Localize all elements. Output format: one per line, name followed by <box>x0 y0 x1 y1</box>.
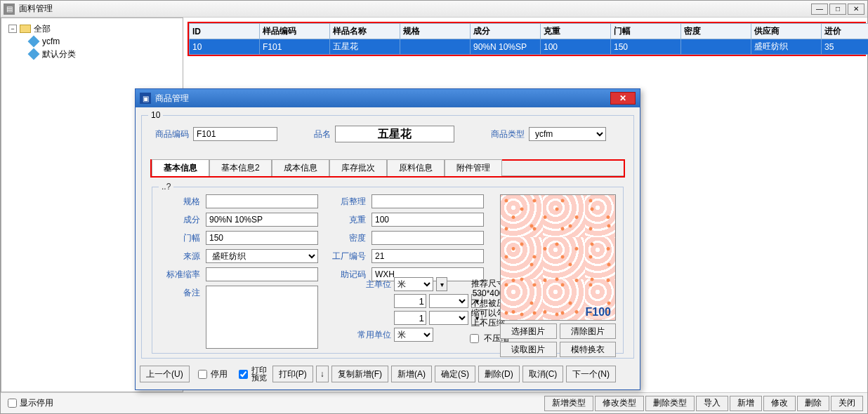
unit-sel2[interactable] <box>429 294 468 308</box>
spec-input[interactable] <box>206 194 318 208</box>
add-button[interactable]: 新增(A) <box>391 366 432 382</box>
leaf-icon <box>28 36 40 48</box>
table-row[interactable]: 10 F101 五星花 90%N 10%SP 100 150 盛旺纺织 35 <box>190 39 869 55</box>
delete-button[interactable]: 删除(D) <box>478 366 520 382</box>
delete-type-button[interactable]: 删除类型 <box>645 396 695 411</box>
type-select[interactable]: ycfm <box>529 127 606 141</box>
edit-button[interactable]: 修改 <box>763 396 796 411</box>
density-label: 密度 <box>324 232 366 244</box>
delete-button[interactable]: 删除 <box>797 396 829 411</box>
width-label: 门幅 <box>158 232 200 244</box>
print-preview-checkbox[interactable] <box>239 370 248 379</box>
tab-material[interactable]: 原料信息 <box>387 159 445 176</box>
col-name[interactable]: 样品名称 <box>330 24 400 39</box>
group-10: 10 商品编码 品名 商品类型 ycfm 基本信息 基本信息2 成本信息 库存批… <box>141 110 634 359</box>
print-button[interactable]: 打印(P) <box>272 366 313 382</box>
col-code[interactable]: 样品编码 <box>260 24 330 39</box>
minimize-button[interactable]: — <box>811 4 828 15</box>
col-density[interactable]: 密度 <box>681 24 751 39</box>
stop-checkbox[interactable] <box>198 370 207 379</box>
unit-sel3[interactable] <box>429 311 468 325</box>
factory-label: 工厂编号 <box>324 251 366 262</box>
col-comp[interactable]: 成分 <box>471 24 541 39</box>
tab-basic1[interactable]: 基本信息 <box>152 159 209 176</box>
dialog-close-button[interactable]: ✕ <box>610 92 636 105</box>
tree-root-label: 全部 <box>34 23 51 35</box>
leaf-icon <box>28 48 40 60</box>
col-supplier[interactable]: 供应商 <box>751 24 822 39</box>
product-image[interactable]: F100 <box>500 194 616 321</box>
basic-info-group: ..? 规格 后整理 成分 克重 门幅 密度 来源 盛旺纺织 <box>152 182 624 354</box>
cancel-button[interactable]: 取消(C) <box>522 366 564 382</box>
dialog-title: 商品管理 <box>155 93 189 105</box>
source-select[interactable]: 盛旺纺织 <box>206 249 318 263</box>
width-input[interactable] <box>206 231 318 245</box>
col-id[interactable]: ID <box>190 24 260 39</box>
prev-button[interactable]: 上一个(U) <box>140 366 190 382</box>
close-button[interactable]: ✕ <box>848 4 864 15</box>
tab-cost[interactable]: 成本信息 <box>272 159 329 176</box>
unit-qty2-input[interactable] <box>394 311 426 325</box>
print-preview-label: 打印 预览 <box>251 366 267 382</box>
tree-item-label: 默认分类 <box>42 48 76 60</box>
factory-input[interactable] <box>371 249 484 263</box>
read-image-button[interactable]: 读取图片 <box>500 342 557 357</box>
weight-input[interactable] <box>371 213 484 227</box>
dialog-titlebar[interactable]: ▣ 商品管理 ✕ <box>136 89 640 107</box>
no-compress-checkbox[interactable] <box>470 334 479 343</box>
main-unit-select[interactable]: 米 <box>394 277 433 291</box>
col-spec[interactable]: 规格 <box>400 24 471 39</box>
table-highlight-area: ID 样品编码 样品名称 规格 成分 克重 门幅 密度 供应商 进价 <box>188 22 866 56</box>
tab-basic2[interactable]: 基本信息2 <box>209 159 272 176</box>
dialog-top-row: 商品编码 品名 商品类型 ycfm <box>148 123 627 145</box>
cell: 盛旺纺织 <box>751 39 822 55</box>
stop-label: 停用 <box>211 368 228 380</box>
next-button[interactable]: 下一个(N) <box>566 366 616 382</box>
finish-input[interactable] <box>371 194 484 208</box>
col-price[interactable]: 进价 <box>822 24 869 39</box>
group-legend: 10 <box>148 110 163 120</box>
clear-image-button[interactable]: 清除图片 <box>560 323 617 339</box>
show-stopped-checkbox[interactable] <box>8 399 17 408</box>
comp-label: 成分 <box>158 214 200 226</box>
tab-strip: 基本信息 基本信息2 成本信息 库存批次 原料信息 附件管理 <box>150 159 625 178</box>
unit-qty1-input[interactable] <box>394 294 426 308</box>
import-button[interactable]: 导入 <box>696 396 728 411</box>
col-width[interactable]: 门幅 <box>611 24 681 39</box>
tree-item-default[interactable]: 默认分类 <box>8 48 181 60</box>
col-weight[interactable]: 克重 <box>541 24 611 39</box>
inner-legend: ..? <box>159 182 173 192</box>
app-icon: ▤ <box>4 4 15 15</box>
add-type-button[interactable]: 新增类型 <box>544 396 593 411</box>
cell <box>681 39 751 55</box>
tab-stock[interactable]: 库存批次 <box>329 159 387 176</box>
edit-type-button[interactable]: 修改类型 <box>595 396 644 411</box>
ok-button[interactable]: 确定(S) <box>435 366 475 382</box>
tree-collapse-icon[interactable]: − <box>8 25 17 33</box>
tree-root-node[interactable]: − 全部 <box>8 22 181 35</box>
image-label: F100 <box>584 306 612 319</box>
main-title: 面料管理 <box>19 3 53 15</box>
show-stopped-label: 显示停用 <box>20 397 53 409</box>
close-main-button[interactable]: 关闭 <box>831 396 863 411</box>
comp-input[interactable] <box>206 213 318 227</box>
unit-arrow-btn[interactable]: ▾ <box>436 277 447 291</box>
shrink-label: 标准缩率 <box>158 269 200 281</box>
tab-attach[interactable]: 附件管理 <box>445 159 502 176</box>
common-unit-select[interactable]: 米 <box>394 328 433 342</box>
choose-image-button[interactable]: 选择图片 <box>500 323 557 339</box>
print-dropdown-button[interactable]: ↓ <box>316 366 329 382</box>
maximize-button[interactable]: □ <box>829 4 846 15</box>
density-input[interactable] <box>371 231 484 245</box>
product-dialog: ▣ 商品管理 ✕ 10 商品编码 品名 商品类型 ycfm 基本信息 基本信息2 <box>135 88 640 390</box>
copy-add-button[interactable]: 复制新增(F) <box>331 366 388 382</box>
name-input[interactable] <box>335 126 454 142</box>
remark-textarea[interactable] <box>206 286 318 349</box>
bottom-bar: 显示停用 新增类型 修改类型 删除类型 导入 新增 修改 删除 关闭 <box>1 392 867 413</box>
source-label: 来源 <box>158 251 200 262</box>
code-input[interactable] <box>193 127 277 141</box>
model-dress-button[interactable]: 模特换衣 <box>560 342 617 357</box>
tree-item-ycfm[interactable]: ycfm <box>8 35 181 48</box>
shrink-input[interactable] <box>206 267 318 281</box>
add-button[interactable]: 新增 <box>730 396 762 411</box>
